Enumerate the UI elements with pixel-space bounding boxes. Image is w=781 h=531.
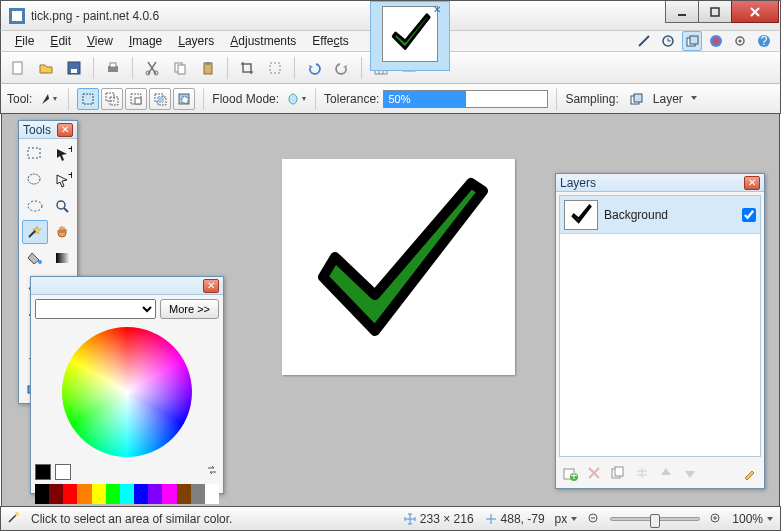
svg-point-48 [38, 260, 42, 264]
crop-icon[interactable] [236, 57, 258, 79]
secondary-color-swatch[interactable] [55, 464, 71, 480]
minimize-button[interactable] [665, 1, 699, 23]
sampling-value[interactable]: Layer [653, 92, 683, 106]
tool-move-pixels[interactable]: + [50, 168, 76, 192]
zoom-in-icon[interactable] [710, 513, 722, 525]
window-title: tick.png - paint.net 4.0.6 [31, 9, 159, 23]
layer-merge-icon[interactable] [632, 463, 652, 483]
paste-icon[interactable] [197, 57, 219, 79]
tolerance-label: Tolerance: [324, 92, 379, 106]
layer-delete-icon[interactable] [584, 463, 604, 483]
deselect-icon[interactable] [264, 57, 286, 79]
svg-point-43 [28, 174, 40, 184]
svg-rect-1 [12, 11, 22, 21]
sampling-icon[interactable] [625, 88, 647, 110]
svg-rect-40 [634, 94, 642, 102]
svg-rect-22 [178, 65, 185, 74]
selmode-intersect-icon[interactable] [149, 88, 171, 110]
document-thumbnail [382, 6, 438, 62]
selection-mode-group [77, 88, 195, 110]
color-palette[interactable] [35, 484, 219, 504]
undo-icon[interactable] [303, 57, 325, 79]
colors-toggle-icon[interactable] [706, 31, 726, 51]
svg-rect-18 [110, 63, 116, 67]
tool-rect-select[interactable] [22, 142, 48, 166]
tools-panel-header[interactable]: Tools ✕ [19, 121, 77, 139]
colors-panel-header[interactable]: ✕ [31, 277, 223, 295]
flood-mode-dropdown[interactable] [285, 88, 307, 110]
save-file-icon[interactable] [63, 57, 85, 79]
tool-paint-bucket[interactable] [22, 246, 48, 270]
svg-rect-41 [28, 148, 40, 158]
document-tab[interactable]: ✕ [370, 1, 450, 71]
tolerance-slider[interactable]: 50% [383, 90, 548, 108]
svg-rect-14 [13, 62, 22, 74]
tolerance-value: 50% [384, 91, 466, 107]
tools-toggle-icon[interactable] [634, 31, 654, 51]
status-unit-dropdown[interactable]: px [555, 512, 579, 526]
svg-point-9 [710, 35, 722, 47]
color-wheel[interactable] [62, 327, 192, 457]
maximize-button[interactable] [698, 1, 732, 23]
tool-magic-wand[interactable] [22, 220, 48, 244]
tool-pan[interactable] [50, 220, 76, 244]
layer-down-icon[interactable] [680, 463, 700, 483]
tool-lasso-select[interactable] [22, 168, 48, 192]
sampling-dropdown-icon[interactable] [689, 92, 699, 106]
document-tab-close-icon[interactable]: ✕ [433, 4, 447, 18]
tools-panel-close-icon[interactable]: ✕ [57, 123, 73, 137]
layer-row[interactable]: Background [560, 196, 760, 234]
copy-icon[interactable] [169, 57, 191, 79]
colors-panel: ✕ More >> [30, 276, 224, 494]
flood-mode-label: Flood Mode: [212, 92, 279, 106]
layers-toggle-icon[interactable] [682, 31, 702, 51]
layer-duplicate-icon[interactable] [608, 463, 628, 483]
canvas[interactable] [282, 159, 515, 375]
menu-edit[interactable]: Edit [42, 32, 79, 50]
tool-label: Tool: [7, 92, 32, 106]
menu-layers[interactable]: Layers [170, 32, 222, 50]
menu-view[interactable]: View [79, 32, 121, 50]
history-toggle-icon[interactable] [658, 31, 678, 51]
selmode-subtract-icon[interactable] [125, 88, 147, 110]
redo-icon[interactable] [331, 57, 353, 79]
svg-text:?: ? [761, 34, 768, 48]
tool-dropdown[interactable] [38, 88, 60, 110]
selmode-add-icon[interactable] [101, 88, 123, 110]
swap-colors-icon[interactable] [205, 463, 219, 480]
layer-visible-checkbox[interactable] [742, 208, 756, 222]
svg-rect-24 [206, 62, 210, 65]
primary-color-swatch[interactable] [35, 464, 51, 480]
menu-effects[interactable]: Effects [304, 32, 356, 50]
menu-adjustments[interactable]: Adjustments [222, 32, 304, 50]
open-file-icon[interactable] [35, 57, 57, 79]
magic-wand-icon [7, 510, 21, 527]
layer-add-icon[interactable]: + [560, 463, 580, 483]
tool-gradient[interactable] [50, 246, 76, 270]
zoom-value-dropdown[interactable]: 100% [732, 512, 774, 526]
layers-panel-title: Layers [560, 176, 596, 190]
close-button[interactable] [731, 1, 779, 23]
tool-ellipse-select[interactable] [22, 194, 48, 218]
menu-file[interactable]: File [7, 32, 42, 50]
zoom-out-icon[interactable] [588, 513, 600, 525]
menu-image[interactable]: Image [121, 32, 170, 50]
colors-panel-close-icon[interactable]: ✕ [203, 279, 219, 293]
cut-icon[interactable] [141, 57, 163, 79]
new-file-icon[interactable] [7, 57, 29, 79]
tool-move-selection[interactable]: + [50, 142, 76, 166]
tool-zoom[interactable] [50, 194, 76, 218]
layers-panel-header[interactable]: Layers ✕ [556, 174, 764, 192]
layers-panel-close-icon[interactable]: ✕ [744, 176, 760, 190]
layer-properties-icon[interactable] [740, 463, 760, 483]
settings-icon[interactable] [730, 31, 750, 51]
colors-more-button[interactable]: More >> [160, 299, 219, 319]
svg-rect-32 [135, 98, 141, 104]
zoom-slider[interactable] [610, 517, 700, 521]
selmode-replace-icon[interactable] [77, 88, 99, 110]
help-icon[interactable]: ? [754, 31, 774, 51]
print-icon[interactable] [102, 57, 124, 79]
selmode-invert-icon[interactable] [173, 88, 195, 110]
layer-up-icon[interactable] [656, 463, 676, 483]
color-mode-dropdown[interactable] [35, 299, 156, 319]
